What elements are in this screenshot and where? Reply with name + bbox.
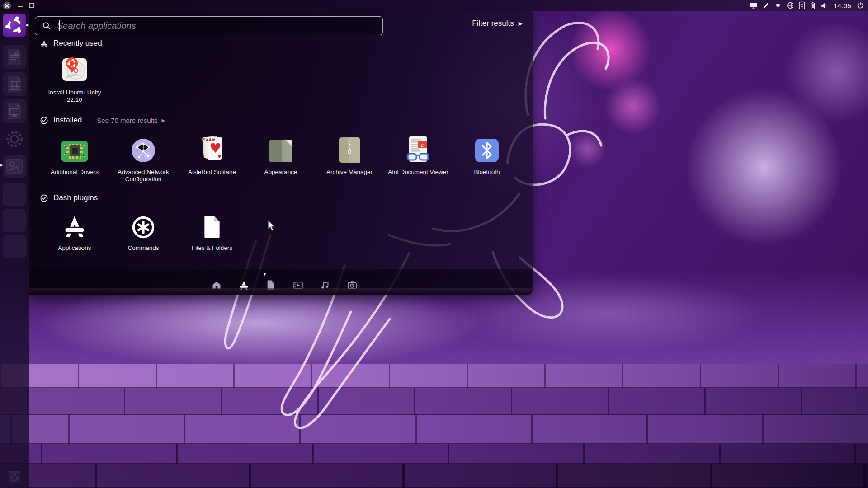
- app-tile-archive-manager[interactable]: Archive Manager: [315, 135, 384, 183]
- app-tile-advanced-network-configuration[interactable]: Advanced Network Configuration: [109, 135, 178, 183]
- applications-plugin-icon: [40, 211, 109, 239]
- plugin-tile-commands[interactable]: Commands: [109, 211, 178, 252]
- text-caret: [59, 20, 60, 31]
- app-tile-install-ubuntu-unity[interactable]: Install Ubuntu Unity 22.10: [40, 55, 109, 103]
- launcher-item-libreoffice-writer[interactable]: [3, 45, 26, 69]
- app-tile-additional-drivers[interactable]: Additional Drivers: [40, 135, 109, 183]
- svg-text:♥: ♥: [209, 140, 222, 156]
- search-bar[interactable]: [35, 16, 383, 35]
- wifi-icon[interactable]: [774, 1, 782, 9]
- see-more-results-link[interactable]: See 70 more results ▶: [97, 117, 165, 124]
- archive-zipper-icon: [315, 135, 384, 164]
- focused-window-arrow: ◀: [25, 23, 28, 27]
- plugin-tile-applications[interactable]: Applications: [40, 211, 109, 252]
- clock[interactable]: 14:05: [833, 2, 852, 9]
- trash-icon[interactable]: [3, 465, 26, 488]
- playing-cards-icon: 5♦ 8♣ A♥ ♥ ♥: [178, 135, 246, 164]
- maximize-button[interactable]: [29, 3, 34, 8]
- launcher-item-application-8[interactable]: [3, 209, 26, 232]
- plank-row: [0, 464, 868, 488]
- bluetooth-tray-icon[interactable]: [798, 1, 806, 9]
- section-title: Dash plugins: [53, 193, 98, 202]
- close-button[interactable]: [3, 1, 11, 10]
- app-tile-aisleriot-solitaire[interactable]: 5♦ 8♣ A♥ ♥ ♥ AisleRiot Solitaire: [178, 135, 246, 183]
- appearance-icon: [246, 135, 315, 164]
- dash-overlay: Filter results ▶ Recently used Install U: [29, 11, 533, 295]
- files-plugin-icon: [178, 211, 246, 239]
- launcher-item-application-7[interactable]: [3, 183, 26, 206]
- section-header-dash-plugins: Dash plugins: [40, 193, 98, 202]
- section-title: Installed: [53, 116, 82, 125]
- minimize-button[interactable]: [18, 3, 23, 8]
- launcher-item-system-settings[interactable]: [3, 127, 26, 151]
- running-app-arrow: ▶: [0, 163, 3, 167]
- filter-results-label: Filter results: [472, 19, 514, 28]
- volume-icon[interactable]: [820, 1, 829, 10]
- mouse-cursor: [267, 220, 277, 232]
- plank-row: [0, 444, 868, 464]
- dash-bottom-edge: [29, 288, 533, 295]
- section-header-installed: Installed See 70 more results ▶: [40, 116, 165, 125]
- svg-text:♥: ♥: [217, 154, 222, 159]
- launcher: ◀ ▶: [0, 11, 29, 488]
- system-tray: 14:05: [749, 0, 866, 11]
- window-controls: [3, 0, 34, 11]
- app-tile-bluetooth[interactable]: Bluetooth: [453, 135, 521, 183]
- plank-row: [0, 388, 868, 415]
- top-panel: 14:05: [0, 0, 868, 11]
- stylus-icon[interactable]: [762, 1, 770, 9]
- wallpaper-boardwalk: [0, 364, 868, 488]
- search-input[interactable]: [56, 20, 382, 32]
- launcher-item-software-updater[interactable]: [3, 155, 26, 178]
- search-icon: [42, 21, 52, 31]
- additional-drivers-icon: [40, 135, 109, 164]
- display-icon[interactable]: [749, 1, 758, 10]
- section-header-recently-used: Recently used: [40, 39, 102, 48]
- app-tile-appearance[interactable]: Appearance: [246, 135, 315, 183]
- plugins-row: Applications Commands Files & Folders: [40, 211, 246, 252]
- network-globe-icon: [109, 135, 178, 164]
- app-tile-atril-document-viewer[interactable]: e Atril Document Viewer: [384, 135, 453, 183]
- launcher-item-libreoffice-impress[interactable]: [3, 99, 26, 123]
- commands-plugin-icon: [109, 211, 178, 239]
- filter-results-button[interactable]: Filter results ▶: [472, 19, 523, 28]
- ubuntu-bfb-button[interactable]: [3, 14, 26, 37]
- app-tile-label: Install Ubuntu Unity 22.10: [40, 89, 109, 103]
- plank-row: [0, 364, 868, 388]
- svg-text:e: e: [420, 141, 425, 148]
- expander-arrow-icon: ▶: [519, 20, 523, 27]
- battery-icon[interactable]: [810, 1, 816, 10]
- document-viewer-icon: e: [384, 135, 453, 164]
- plugin-tile-files-folders[interactable]: Files & Folders: [178, 211, 246, 252]
- power-icon[interactable]: [856, 1, 864, 9]
- bluetooth-app-icon: [453, 135, 521, 164]
- installer-icon: [40, 55, 109, 84]
- launcher-item-libreoffice-calc[interactable]: [3, 72, 26, 96]
- expander-arrow-icon: ▶: [162, 118, 165, 123]
- section-title: Recently used: [53, 39, 102, 48]
- globe-icon[interactable]: [786, 1, 794, 9]
- recent-apps-row: Install Ubuntu Unity 22.10: [40, 55, 109, 103]
- plank-row: [0, 415, 868, 444]
- installed-apps-row: Additional Drivers Advanced Network Conf…: [40, 135, 521, 183]
- launcher-item-application-9[interactable]: [3, 235, 26, 258]
